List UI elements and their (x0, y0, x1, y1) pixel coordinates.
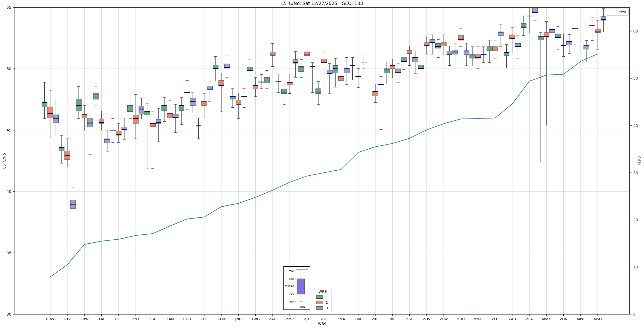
boxplot-wre1-ZAU (264, 70, 270, 89)
boxplot-wre3-ZDV (430, 35, 435, 54)
boxplot-wre3-BRW (53, 99, 59, 135)
box (139, 106, 144, 114)
boxplot-wre1-BIL (384, 62, 390, 84)
boxplot-wre1-ZNY (127, 94, 133, 119)
wre-legend: WRE 1 2 3 (314, 288, 332, 312)
box (48, 107, 53, 118)
x-tick-label: ZMA (337, 317, 345, 321)
boxplot-wre2-ZAB (510, 27, 515, 53)
boxplot-wre3-MMX (549, 21, 555, 46)
x-tick-label: ZFW (440, 317, 448, 321)
box (133, 115, 138, 124)
x-tick-label: BET (115, 317, 122, 321)
boxplot-wre3-ZNY (139, 98, 144, 119)
x-tick-label: ZNY (132, 317, 139, 321)
boxplot-wre2-ZKC (372, 84, 378, 103)
boxplot-wre1-ZHN (555, 26, 561, 50)
boxplot-wre2-ZDV (424, 37, 430, 54)
boxplot-wre3-FAI (104, 130, 110, 151)
x-tick-label: OTZ (64, 317, 71, 321)
boxplot-wre1-ZBW (76, 86, 82, 119)
boxplot-wre1-FAI (93, 86, 99, 106)
boxplot-wre1-ZMP (281, 85, 287, 104)
boxplot-wre2-ZLA (526, 8, 532, 33)
x-tick-label: MMX (542, 317, 551, 321)
boxplot-wre3-ZBW (87, 111, 93, 155)
boxplot-wre2-ZJX (304, 44, 310, 63)
boxplot-wre3-ZLA (532, 8, 538, 20)
boxplot-wre2-MMD (475, 47, 481, 68)
x-tick-label: MMD (474, 317, 483, 321)
boxplot-wre1-ZDV (418, 62, 424, 80)
key-75-label: 75% (284, 277, 294, 280)
boxplot-wre2-ZDC (202, 93, 207, 118)
boxplot-wre3-ZJX (310, 63, 315, 93)
box (127, 106, 133, 111)
box (76, 99, 81, 111)
boxplot-wre2-MMX (544, 21, 549, 125)
boxplot-wre2-FAI (99, 111, 104, 130)
box (93, 94, 99, 99)
boxplot-wre1-OTZ (59, 136, 64, 163)
box (384, 69, 389, 73)
x-tick-label: ZDC (200, 317, 208, 321)
boxplot-wre3-ZAU (276, 74, 281, 93)
box (435, 43, 441, 48)
boxplot-wre2-ZSE (407, 46, 412, 65)
wre1-swatch-icon (316, 295, 323, 299)
x-tick-label: JNU (235, 317, 242, 321)
box (333, 65, 338, 73)
key-median-label: median (284, 284, 294, 287)
boxplot-wre3-ZSE (412, 51, 418, 73)
boxplot-wre2-ZHN (561, 34, 566, 57)
box (498, 32, 503, 36)
y-tick-label-left: 35 (7, 251, 11, 255)
key-max-label: max (284, 269, 294, 272)
boxplot-wre1-ZTL (315, 81, 321, 104)
y-tick-label-left: 50 (7, 67, 11, 71)
boxplot-wre1-ZAN (161, 98, 167, 121)
boxplot-wre1-MSD (589, 17, 595, 40)
boxplot-wre1-ZFW (435, 39, 441, 57)
boxplot-wre1-ZLC (487, 40, 492, 63)
x-tick-label: ZAN (166, 317, 174, 321)
plot-area: 3035404550550102030405060BRWOTZZBWFAIBET… (7, 5, 638, 321)
y-tick-label-right: 60 (633, 29, 638, 33)
boxplot-wre2-BRW (48, 90, 53, 138)
boxplot-wre1-ZSE (401, 51, 407, 70)
boxplot-wre1-ZAB (504, 44, 509, 68)
y-tick-label-right: 20 (633, 218, 638, 222)
boxplot-wre2-YWG (253, 78, 258, 96)
boxplot-wre3-BET (122, 118, 127, 139)
boxplot-wre2-ZHU (458, 28, 464, 46)
boxplot-wre1-ZMA (333, 58, 338, 87)
boxplot-wre3-OTZ (70, 188, 76, 216)
boxplot-wre2-ZNY (133, 94, 138, 139)
x-tick-label: ZAU (269, 317, 276, 321)
boxplot-wre2-MSD (595, 20, 600, 50)
x-tick-label: ZSU (149, 317, 157, 321)
boxplot-wre1-ZHU (452, 43, 458, 62)
wre2-swatch-icon (316, 301, 323, 304)
y-tick-label-left: 55 (7, 5, 11, 10)
y-tick-label-right: 40 (633, 124, 638, 128)
box (53, 115, 59, 123)
key-25-label: 25% (284, 293, 294, 295)
wre2-label: 2 (326, 300, 328, 304)
boxplot-wre1-ZLA (521, 16, 526, 35)
x-tick-label: ZLC (492, 317, 498, 321)
elev-legend: elev (606, 8, 629, 16)
boxplot-wre2-ZLC (492, 40, 498, 58)
elev-legend-label: elev (619, 10, 626, 14)
boxplot-wre2-ZMP (287, 74, 292, 93)
x-tick-label: CDB (183, 317, 191, 321)
x-tick-label: ZHU (457, 317, 465, 321)
boxplot-wre2-ZSU (150, 112, 156, 168)
box (264, 78, 270, 82)
boxplot-canvas: 3035404550550102030405060BRWOTZZBWFAIBET… (0, 0, 644, 328)
boxplot-wre3-ZKC (378, 76, 384, 129)
y-axis-label-right: ELEV (638, 7, 642, 314)
x-tick-label: ZHN (560, 317, 568, 321)
boxplot-wre3-MMD (481, 47, 487, 62)
x-tick-label: FAI (99, 317, 104, 321)
